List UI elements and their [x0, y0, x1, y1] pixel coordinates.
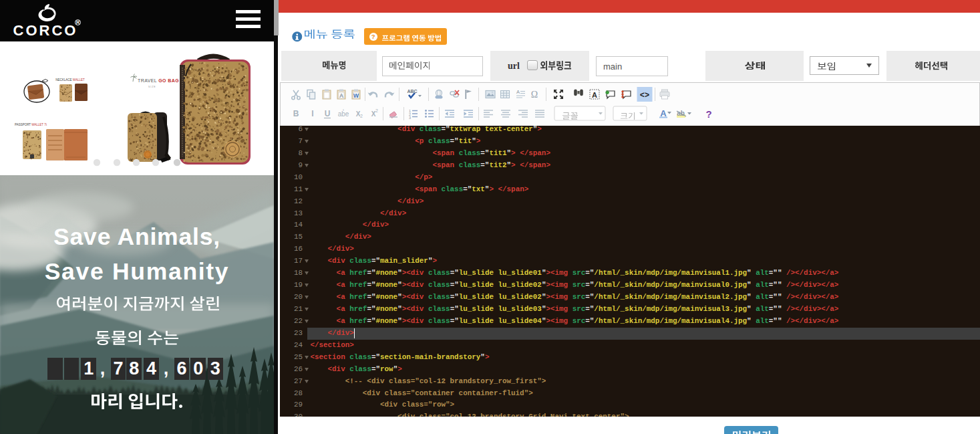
svg-text:<>: <>: [640, 91, 649, 100]
svg-text:?: ?: [705, 108, 711, 120]
svg-text:A: A: [516, 89, 520, 95]
svg-text:I: I: [311, 109, 313, 118]
svg-text:2: 2: [360, 114, 363, 118]
svg-text:NECKLACE WALLET: NECKLACE WALLET: [55, 78, 85, 82]
svg-text:U: U: [325, 109, 331, 118]
svg-text:PASSPORT WALLET 7t: PASSPORT WALLET 7t: [15, 123, 47, 126]
svg-text:A: A: [339, 92, 343, 99]
svg-text:W: W: [353, 92, 359, 99]
svg-text:A: A: [592, 91, 597, 99]
svg-text:B: B: [293, 109, 299, 118]
svg-text:ABC: ABC: [407, 89, 417, 94]
svg-text:3: 3: [409, 116, 411, 120]
svg-text:S I Z E: S I Z E: [148, 86, 156, 88]
svg-text:Ω: Ω: [531, 90, 538, 100]
svg-text:ab̾e: ab̾e: [338, 108, 349, 118]
svg-text:TRAVEL GO BAG: TRAVEL GO BAG: [138, 78, 179, 83]
svg-text:2: 2: [375, 108, 378, 113]
